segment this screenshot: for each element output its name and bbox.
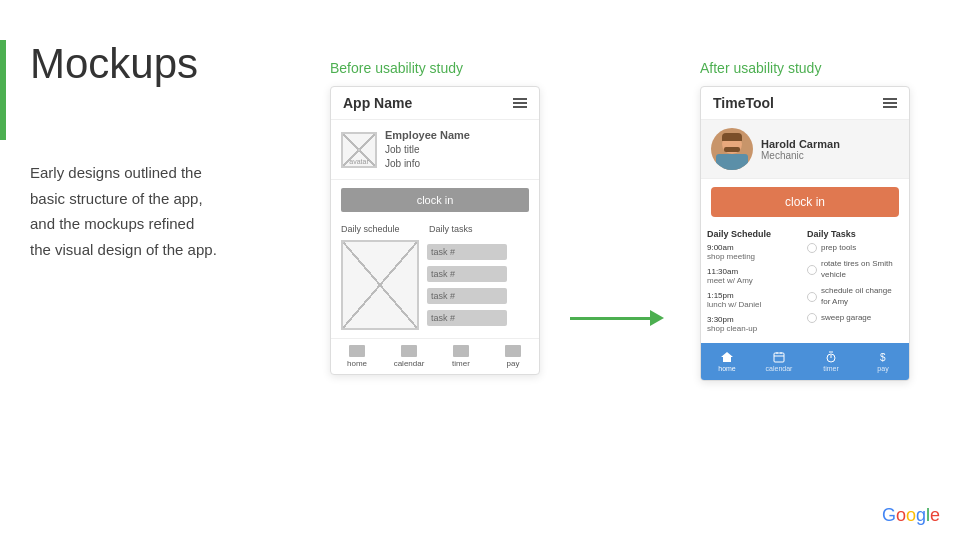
after-app-name: TimeTool	[713, 95, 774, 111]
list-item: schedule oil change for Amy	[807, 286, 903, 307]
task-checkbox[interactable]	[807, 313, 817, 323]
description-text: Early designs outlined the basic structu…	[30, 160, 260, 262]
before-clock-in-button[interactable]: clock in	[341, 188, 529, 212]
home-icon	[349, 345, 365, 357]
calendar-icon	[772, 351, 786, 363]
timer-icon	[824, 351, 838, 363]
list-item: prep tools	[807, 243, 903, 253]
before-avatar: avatar	[341, 132, 377, 168]
before-nav-pay[interactable]: pay	[487, 339, 539, 374]
before-header: App Name	[331, 87, 539, 120]
after-label: After usability study	[700, 60, 920, 76]
before-section: Before usability study App Name avatar E…	[330, 60, 560, 375]
before-schedule-row: Daily schedule Daily tasks	[331, 220, 539, 238]
after-nav: home calendar	[701, 343, 909, 380]
google-logo: G o o g l e	[882, 505, 940, 526]
before-menu-icon[interactable]	[513, 98, 527, 108]
calendar-icon	[401, 345, 417, 357]
before-calendar-placeholder	[341, 240, 419, 330]
before-nav-home[interactable]: home	[331, 339, 383, 374]
after-nav-timer[interactable]: timer	[805, 347, 857, 376]
after-nav-pay[interactable]: $ pay	[857, 347, 909, 376]
list-item: 1:15pm lunch w/ Daniel	[707, 291, 803, 309]
list-item: task #	[427, 310, 507, 326]
before-nav: home calendar timer pay	[331, 338, 539, 374]
before-mockup: App Name avatar Employee Name Job title …	[330, 86, 540, 375]
svg-marker-0	[721, 352, 733, 362]
home-icon	[720, 351, 734, 363]
after-avatar	[711, 128, 753, 170]
list-item: 9:00am shop meeting	[707, 243, 803, 261]
before-daily-schedule-label: Daily schedule	[341, 224, 421, 234]
svg-rect-1	[774, 353, 784, 362]
after-user-name: Harold Carman	[761, 138, 840, 150]
after-mockup: TimeTool Harold Carman Mechanic	[700, 86, 910, 381]
svg-text:$: $	[880, 352, 886, 363]
after-schedule-title: Daily Schedule	[707, 229, 803, 239]
timer-icon	[453, 345, 469, 357]
after-user-job: Mechanic	[761, 150, 840, 161]
after-header: TimeTool	[701, 87, 909, 120]
after-menu-icon[interactable]	[883, 98, 897, 108]
before-content-row: task # task # task # task #	[331, 238, 539, 334]
before-label: Before usability study	[330, 60, 560, 76]
after-main-content: Daily Schedule 9:00am shop meeting 11:30…	[701, 225, 909, 343]
list-item: 3:30pm shop clean-up	[707, 315, 803, 333]
before-user-row: avatar Employee Name Job title Job info	[331, 120, 539, 180]
pay-icon	[505, 345, 521, 357]
list-item: rotate tires on Smith vehicle	[807, 259, 903, 280]
before-tasks-list: task # task # task # task #	[427, 240, 507, 330]
after-schedule-column: Daily Schedule 9:00am shop meeting 11:30…	[707, 229, 803, 339]
before-nav-calendar[interactable]: calendar	[383, 339, 435, 374]
list-item: task #	[427, 266, 507, 282]
list-item: 11:30am meet w/ Amy	[707, 267, 803, 285]
after-section: After usability study TimeTool Ha	[700, 60, 920, 381]
list-item: sweep garage	[807, 313, 903, 323]
task-checkbox[interactable]	[807, 292, 817, 302]
before-nav-timer[interactable]: timer	[435, 339, 487, 374]
after-tasks-column: Daily Tasks prep tools rotate tires on S…	[807, 229, 903, 339]
after-nav-home[interactable]: home	[701, 347, 753, 376]
arrow-head	[650, 310, 664, 326]
task-checkbox[interactable]	[807, 243, 817, 253]
after-user-row: Harold Carman Mechanic	[701, 120, 909, 179]
page-title: Mockups	[30, 40, 198, 88]
arrow-line	[570, 317, 650, 320]
after-tasks-title: Daily Tasks	[807, 229, 903, 239]
list-item: task #	[427, 244, 507, 260]
before-avatar-label: avatar	[342, 158, 376, 165]
accent-bar	[0, 40, 6, 140]
after-clock-in-button[interactable]: clock in	[711, 187, 899, 217]
task-checkbox[interactable]	[807, 265, 817, 275]
before-app-name: App Name	[343, 95, 412, 111]
after-nav-calendar[interactable]: calendar	[753, 347, 805, 376]
transition-arrow	[570, 310, 664, 326]
list-item: task #	[427, 288, 507, 304]
before-daily-tasks-label: Daily tasks	[429, 224, 473, 234]
after-user-info: Harold Carman Mechanic	[761, 138, 840, 161]
before-user-info: Employee Name Job title Job info	[385, 128, 470, 171]
pay-icon: $	[876, 351, 890, 363]
